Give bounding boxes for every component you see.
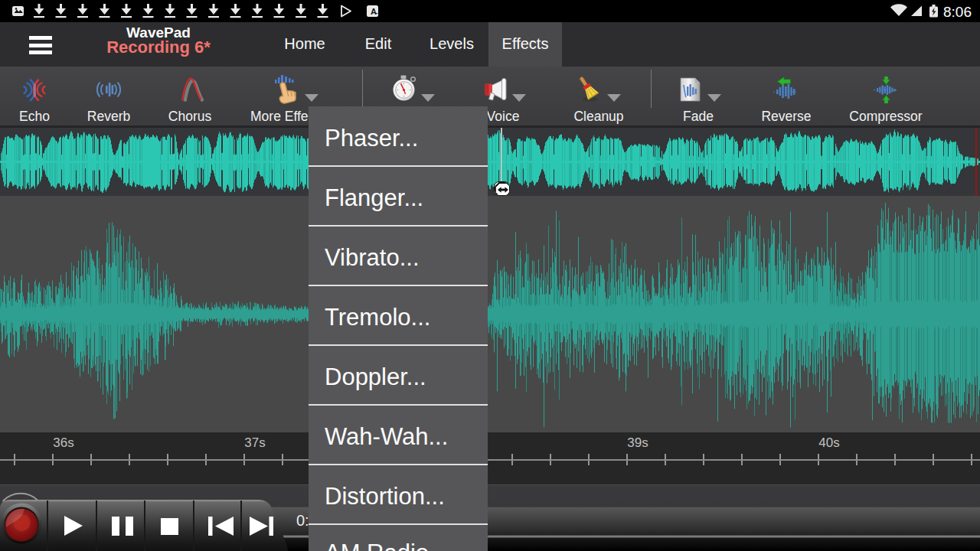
svg-text:0:: 0: <box>296 512 309 529</box>
svg-text:A: A <box>371 7 377 16</box>
svg-text:8:06: 8:06 <box>943 4 972 20</box>
